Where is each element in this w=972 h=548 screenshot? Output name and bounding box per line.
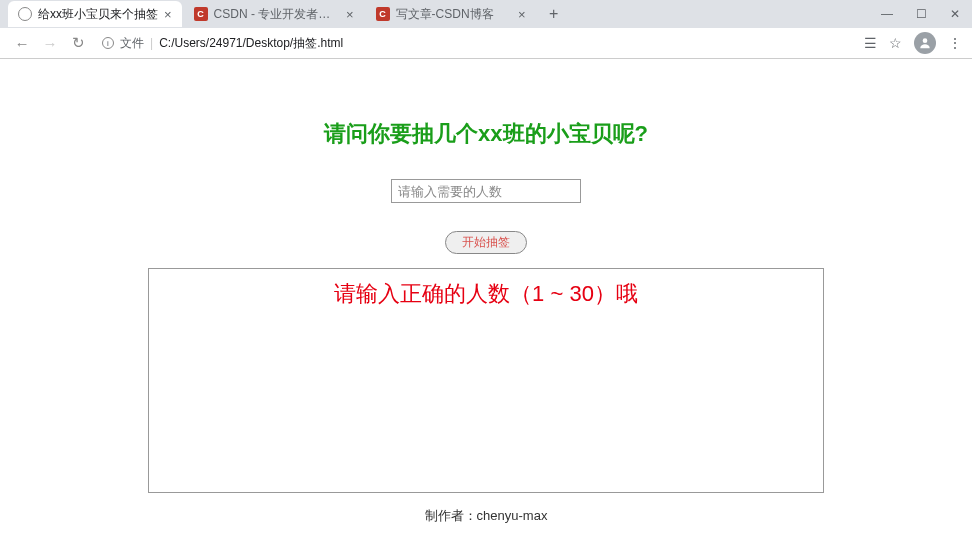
window-controls: — ☐ ✕	[870, 0, 972, 28]
new-tab-button[interactable]: +	[542, 2, 566, 26]
globe-icon	[18, 7, 32, 21]
url-scheme-label: 文件	[120, 35, 144, 52]
csdn-icon: C	[376, 7, 390, 21]
tab-title: 给xx班小宝贝来个抽签	[38, 6, 158, 23]
count-input[interactable]	[391, 179, 581, 203]
error-message: 请输入正确的人数（1 ~ 30）哦	[159, 279, 813, 309]
back-button[interactable]: ←	[10, 31, 34, 55]
page-content: 请问你要抽几个xx班的小宝贝呢? 开始抽签 请输入正确的人数（1 ~ 30）哦 …	[0, 59, 972, 525]
reload-button[interactable]: ↻	[66, 31, 90, 55]
close-icon[interactable]: ×	[164, 7, 172, 22]
browser-chrome: 给xx班小宝贝来个抽签 × C CSDN - 专业开发者社区 × C 写文章-C…	[0, 0, 972, 59]
forward-button[interactable]: →	[38, 31, 62, 55]
tab-title: 写文章-CSDN博客	[396, 6, 512, 23]
tab-3[interactable]: C 写文章-CSDN博客 ×	[366, 1, 536, 27]
minimize-button[interactable]: —	[870, 0, 904, 28]
maximize-button[interactable]: ☐	[904, 0, 938, 28]
start-draw-button[interactable]: 开始抽签	[445, 231, 527, 254]
url-separator: |	[150, 36, 153, 50]
csdn-icon: C	[194, 7, 208, 21]
tab-title: CSDN - 专业开发者社区	[214, 6, 340, 23]
close-icon[interactable]: ×	[346, 7, 354, 22]
close-icon[interactable]: ×	[518, 7, 526, 22]
address-bar: ← → ↻ i 文件 | C:/Users/24971/Desktop/抽签.h…	[0, 28, 972, 58]
url-path: C:/Users/24971/Desktop/抽签.html	[159, 35, 343, 52]
info-icon: i	[102, 37, 114, 49]
tab-1[interactable]: 给xx班小宝贝来个抽签 ×	[8, 1, 182, 27]
footer-credit: 制作者：chenyu-max	[0, 507, 972, 525]
tab-bar: 给xx班小宝贝来个抽签 × C CSDN - 专业开发者社区 × C 写文章-C…	[0, 0, 972, 28]
profile-avatar-icon[interactable]	[914, 32, 936, 54]
window-close-button[interactable]: ✕	[938, 0, 972, 28]
toolbar-right: ☰ ☆ ⋮	[864, 32, 962, 54]
menu-icon[interactable]: ⋮	[948, 35, 962, 51]
tab-2[interactable]: C CSDN - 专业开发者社区 ×	[184, 1, 364, 27]
svg-point-0	[923, 38, 928, 43]
url-display[interactable]: i 文件 | C:/Users/24971/Desktop/抽签.html	[102, 35, 343, 52]
page-heading: 请问你要抽几个xx班的小宝贝呢?	[0, 119, 972, 149]
bookmark-star-icon[interactable]: ☆	[889, 35, 902, 51]
result-box: 请输入正确的人数（1 ~ 30）哦	[148, 268, 824, 493]
translate-icon[interactable]: ☰	[864, 35, 877, 51]
